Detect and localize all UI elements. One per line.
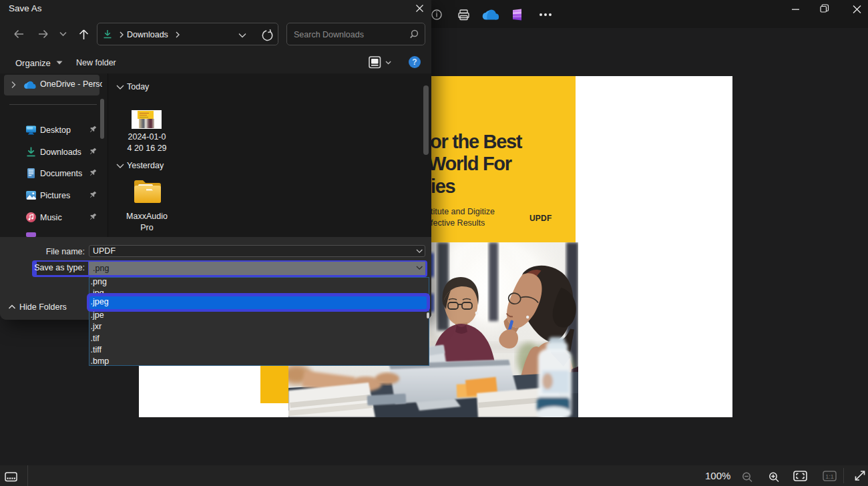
svg-text:1:1: 1:1: [825, 473, 834, 480]
